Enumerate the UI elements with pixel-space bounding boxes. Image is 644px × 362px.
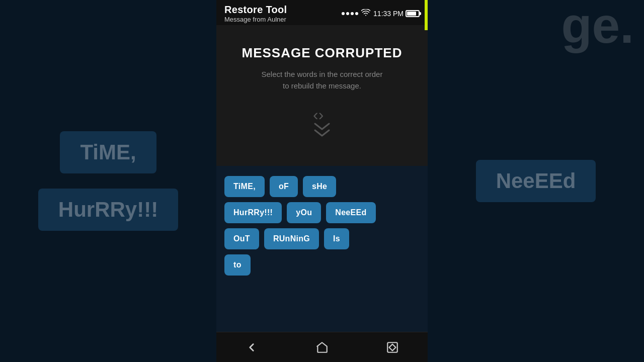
home-icon [315, 341, 329, 354]
word-btn-you[interactable]: yOu [287, 202, 321, 223]
signal-dots [342, 12, 358, 15]
apps-icon [386, 341, 399, 354]
word-btn-hurry[interactable]: HurRRy!!! [224, 202, 282, 223]
word-btn-is[interactable]: Is [324, 228, 349, 249]
battery-fill [407, 12, 416, 16]
word-btn-running[interactable]: RUnNinG [264, 228, 319, 249]
word-btn-she[interactable]: sHe [303, 176, 336, 197]
bg-word-tile-hurry: HurRRy!!! [38, 189, 178, 231]
wifi-icon [361, 9, 370, 18]
back-icon [245, 341, 258, 354]
bg-text-top-right: ge. [561, 0, 634, 50]
bottom-nav [216, 332, 428, 362]
signal-dot-3 [351, 12, 354, 15]
bg-right-panel: NeeEEd [428, 0, 644, 362]
apps-button[interactable] [376, 337, 409, 358]
word-row-2: HurRRy!!! yOu NeeEEd [224, 202, 420, 223]
app-subtitle: Message from Aulner [224, 16, 287, 23]
status-bar-right: 11:33 PM [342, 9, 420, 18]
phone-panel: Restore Tool Message from Aulner 11: [216, 0, 428, 362]
word-btn-time[interactable]: TiME, [224, 176, 265, 197]
status-bar: Restore Tool Message from Aulner 11: [216, 0, 428, 25]
battery-icon [406, 10, 420, 17]
word-btn-of[interactable]: oF [270, 176, 298, 197]
corrupted-title: MESSAGE CORRUPTED [242, 45, 403, 61]
corrupted-subtitle: Select the words in the correct orderto … [262, 69, 383, 92]
words-area: TiME, oF sHe HurRRy!!! yOu NeeEEd OuT RU… [216, 166, 428, 332]
word-row-4: to [224, 254, 420, 276]
signal-dot-1 [342, 12, 345, 15]
bg-word-tile-time: TiME, [60, 131, 156, 173]
battery-wrapper: 11:33 PM [373, 10, 420, 18]
word-row-1: TiME, oF sHe [224, 176, 420, 197]
word-btn-to[interactable]: to [224, 254, 251, 276]
home-button[interactable] [305, 337, 339, 358]
bg-left-panel: TiME, HurRRy!!! [0, 0, 216, 362]
chevron-down-icon: ‹› [313, 107, 331, 139]
time-display: 11:33 PM [373, 10, 404, 18]
status-bar-title: Restore Tool Message from Aulner [224, 4, 287, 23]
word-btn-neeed[interactable]: NeeEEd [326, 202, 375, 223]
accent-bar [425, 0, 428, 30]
word-row-3: OuT RUnNinG Is [224, 228, 420, 249]
signal-dot-2 [346, 12, 349, 15]
app-title: Restore Tool [224, 4, 287, 16]
signal-dot-4 [355, 12, 358, 15]
svg-marker-1 [389, 344, 396, 350]
word-btn-out[interactable]: OuT [224, 228, 259, 249]
message-card: MESSAGE CORRUPTED Select the words in th… [216, 25, 428, 166]
bg-word-tile-neeed: NeeEEd [476, 160, 596, 202]
back-button[interactable] [235, 337, 268, 358]
